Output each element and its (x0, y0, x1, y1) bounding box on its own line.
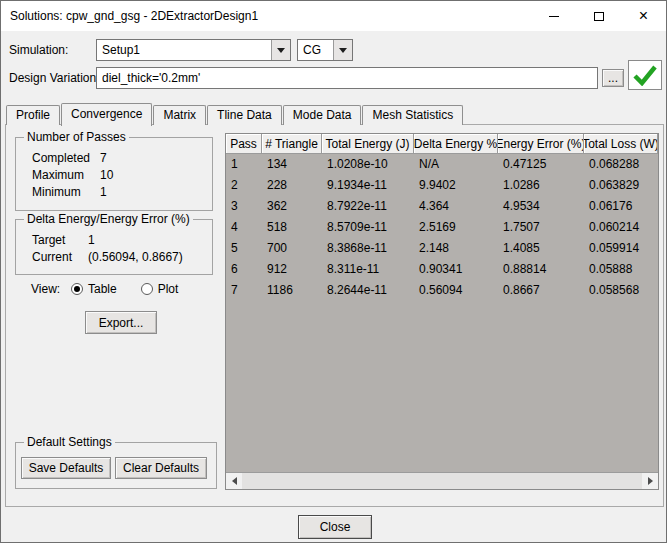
number-of-passes-group: Number of Passes Completed 7 Maximum 10 … (15, 137, 213, 211)
valid-solution-button[interactable] (628, 60, 662, 90)
tab-mesh-statistics[interactable]: Mesh Statistics (362, 105, 463, 125)
setup-dropdown-value: Setup1 (97, 43, 271, 57)
passes-row-label: Completed (32, 150, 100, 167)
chevron-down-icon (333, 40, 352, 60)
table-cell: 2 (226, 175, 262, 196)
table-cell: 2.5169 (414, 217, 498, 238)
window-controls: × (531, 1, 666, 31)
table-row[interactable]: 69128.311e-110.903410.888140.05888 (226, 259, 658, 280)
delta-energy-group: Delta Energy/Energy Error (%) Target 1 C… (15, 219, 213, 275)
setup-dropdown[interactable]: Setup1 (96, 39, 291, 61)
passes-row-label: Minimum (32, 184, 100, 201)
close-icon: × (639, 2, 648, 30)
clear-defaults-button[interactable]: Clear Defaults (115, 457, 207, 479)
titlebar: Solutions: cpw_gnd_gsg - 2DExtractorDesi… (1, 1, 666, 31)
horizontal-scrollbar[interactable] (226, 472, 658, 489)
view-table-radio[interactable]: Table (71, 282, 117, 296)
passes-row-label: Maximum (32, 167, 100, 184)
table-cell: 1186 (262, 280, 322, 301)
radio-label: Plot (158, 282, 179, 296)
passes-row-value: 10 (100, 167, 113, 184)
table-cell: 8.311e-11 (322, 259, 414, 280)
table-cell: 8.3868e-11 (322, 238, 414, 259)
arrow-left-icon (232, 477, 237, 485)
table-cell: 0.47125 (498, 154, 584, 175)
maximize-button[interactable] (576, 1, 621, 31)
table-cell: 228 (262, 175, 322, 196)
minimize-button[interactable] (531, 1, 576, 31)
delta-row-value: 1 (88, 232, 95, 249)
save-defaults-button[interactable]: Save Defaults (21, 457, 111, 479)
tab-profile[interactable]: Profile (6, 105, 60, 125)
table-cell: 9.9402 (414, 175, 498, 196)
group-title: Default Settings (24, 435, 115, 449)
tab-matrix[interactable]: Matrix (153, 105, 206, 125)
browse-button[interactable]: ... (602, 69, 624, 87)
table-row[interactable]: 33628.7922e-114.3644.95340.06176 (226, 196, 658, 217)
solutions-dialog: Solutions: cpw_gnd_gsg - 2DExtractorDesi… (0, 0, 667, 543)
table-cell: 134 (262, 154, 322, 175)
delta-row-label: Target (32, 232, 88, 249)
tab-tline-data[interactable]: Tline Data (207, 105, 282, 125)
table-cell: 4.9534 (498, 196, 584, 217)
default-settings-group: Default Settings Save Defaults Clear Def… (15, 442, 217, 489)
delta-row: Target 1 (32, 232, 212, 249)
table-cell: 0.88814 (498, 259, 584, 280)
scrollbar-thumb[interactable] (242, 473, 642, 489)
table-cell: 8.2644e-11 (322, 280, 414, 301)
export-button[interactable]: Export... (85, 311, 157, 334)
simulation-label: Simulation: (9, 39, 68, 61)
group-title: Delta Energy/Energy Error (%) (24, 212, 193, 226)
view-plot-radio[interactable]: Plot (141, 282, 179, 296)
table-cell: 1.0208e-10 (322, 154, 414, 175)
design-variation-label: Design Variation: (9, 67, 100, 89)
radio-selected-icon (71, 283, 83, 295)
passes-row: Maximum 10 (32, 167, 212, 184)
table-cell: 0.063829 (584, 175, 658, 196)
table-cell: 8.5709e-11 (322, 217, 414, 238)
table-row[interactable]: 22289.1934e-119.94021.02860.063829 (226, 175, 658, 196)
column-header-total-energy[interactable]: Total Energy (J) (322, 134, 414, 154)
column-header-energy-error[interactable]: Energy Error (%) (498, 134, 584, 154)
table-cell: 2.148 (414, 238, 498, 259)
scroll-left-button[interactable] (226, 473, 242, 489)
table-cell: 3 (226, 196, 262, 217)
tab-mode-data[interactable]: Mode Data (283, 105, 362, 125)
table-cell: 518 (262, 217, 322, 238)
table-cell: 0.8667 (498, 280, 584, 301)
table-cell: N/A (414, 154, 498, 175)
delta-row-value: (0.56094, 0.8667) (88, 249, 183, 266)
convergence-table: Pass # Triangle Total Energy (J) Delta E… (225, 133, 659, 490)
matrix-type-dropdown[interactable]: CG (297, 39, 353, 61)
table-row[interactable]: 45188.5709e-112.51691.75070.060214 (226, 217, 658, 238)
column-header-total-loss[interactable]: Total Loss (W) (584, 134, 658, 154)
radio-label: Table (88, 282, 117, 296)
table-cell: 0.058568 (584, 280, 658, 301)
table-cell: 700 (262, 238, 322, 259)
column-header-delta-energy[interactable]: Delta Energy % (414, 134, 498, 154)
scrollbar-track[interactable] (242, 473, 642, 489)
column-header-pass[interactable]: Pass (226, 134, 262, 154)
table-row[interactable]: 57008.3868e-112.1481.40850.059914 (226, 238, 658, 259)
table-cell: 7 (226, 280, 262, 301)
table-cell: 1.4085 (498, 238, 584, 259)
table-cell: 1.0286 (498, 175, 584, 196)
column-header-triangle[interactable]: # Triangle (262, 134, 322, 154)
table-cell: 362 (262, 196, 322, 217)
window-title: Solutions: cpw_gnd_gsg - 2DExtractorDesi… (1, 9, 258, 23)
tab-convergence[interactable]: Convergence (61, 103, 152, 126)
passes-row: Minimum 1 (32, 184, 212, 201)
close-button[interactable]: Close (298, 515, 372, 539)
default-settings-buttons: Save Defaults Clear Defaults (21, 457, 216, 479)
titlebar-close-button[interactable]: × (621, 1, 666, 31)
table-row[interactable]: 711868.2644e-110.560940.86670.058568 (226, 280, 658, 301)
table-cell: 9.1934e-11 (322, 175, 414, 196)
scroll-right-button[interactable] (642, 473, 658, 489)
table-cell: 0.90341 (414, 259, 498, 280)
table-cell: 4 (226, 217, 262, 238)
matrix-type-dropdown-value: CG (298, 43, 333, 57)
table-row[interactable]: 11341.0208e-10N/A0.471250.068288 (226, 154, 658, 175)
design-variation-field[interactable] (96, 67, 598, 89)
view-row: View: Table Plot (31, 281, 202, 297)
table-cell: 0.06176 (584, 196, 658, 217)
